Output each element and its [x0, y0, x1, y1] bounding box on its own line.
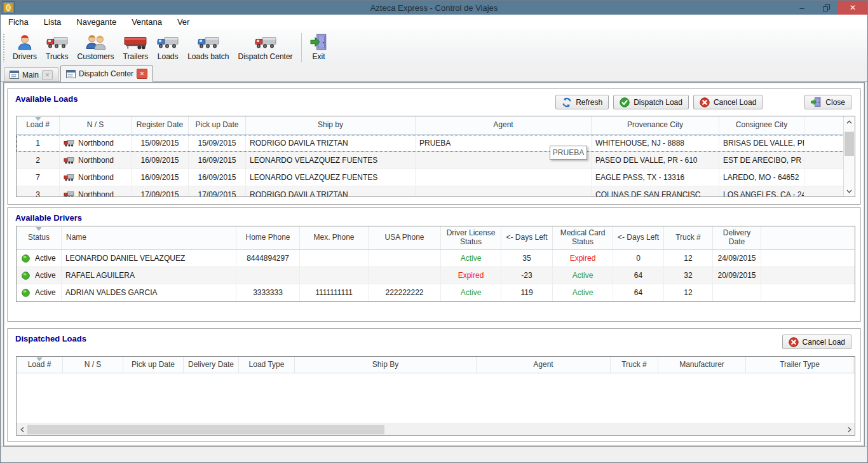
column-header-home-phone[interactable]: Home Phone	[236, 226, 300, 249]
cancel-circle-icon	[700, 97, 710, 107]
column-header-driver-license-status[interactable]: Driver License Status	[441, 226, 501, 249]
cell-pick-up-date: 16/09/2015	[189, 152, 246, 169]
refresh-button[interactable]: Refresh	[555, 95, 609, 109]
tab-dispatch-center[interactable]: Dispatch Center✕	[60, 66, 153, 82]
table-row[interactable]: 2Northbond16/09/201516/09/2015LEONARDO V…	[17, 152, 855, 169]
menu-item-ver[interactable]: Ver	[170, 15, 198, 29]
toolbar-drivers-button[interactable]: Drivers	[8, 32, 41, 64]
column-header-consignee-city[interactable]: Consignee City	[719, 116, 804, 134]
tab-close-icon[interactable]: ✕	[42, 70, 53, 80]
cell-delivery-date: 24/09/2015	[713, 250, 761, 266]
column-header-n-s[interactable]: N / S	[63, 357, 123, 373]
column-header-ship-by[interactable]: Ship By	[295, 357, 477, 373]
horizontal-scrollbar[interactable]	[17, 424, 855, 435]
column-header-usa-phone[interactable]: USA Phone	[369, 226, 441, 249]
cell-load: 2	[17, 152, 60, 169]
dispatch-load-button[interactable]: Dispatch Load	[613, 95, 689, 109]
vertical-scrollbar[interactable]	[843, 116, 855, 197]
column-header-medical-card-status[interactable]: Medical Card Status	[553, 226, 613, 249]
column-header-delivery-date[interactable]: Delivery Date	[713, 226, 761, 249]
column-header-register-date[interactable]: Register Date	[132, 116, 189, 134]
column-header-n-s[interactable]: N / S	[60, 116, 132, 134]
column-header-days-left[interactable]: <- Days Left	[501, 226, 553, 249]
toolbar-customers-button[interactable]: Customers	[73, 32, 119, 64]
blue-truck-icon	[157, 34, 179, 51]
column-header-agent[interactable]: Agent	[416, 116, 592, 134]
restore-button[interactable]	[814, 1, 838, 15]
column-header-trailer-type[interactable]: Trailer Type	[746, 357, 854, 373]
table-row[interactable]: ActiveLEONARDO DANIEL VELAZQUEZ844489429…	[17, 250, 855, 267]
column-header-name[interactable]: Name	[62, 226, 236, 249]
toolbar-label: Trailers	[123, 52, 149, 61]
toolbar-label: Loads	[158, 52, 179, 61]
table-row[interactable]: ActiveRAFAEL AGUILERAExpired-23Active643…	[17, 267, 855, 284]
toolbar-exit-button[interactable]: Exit	[306, 32, 332, 64]
column-header-agent[interactable]: Agent	[477, 357, 611, 373]
cell-home-phone: 8444894297	[236, 250, 300, 266]
column-header-delivery-date[interactable]: Delivery Date	[184, 357, 239, 373]
cell-pick-up-date: 17/09/2015	[189, 186, 246, 197]
scroll-thumb[interactable]	[844, 132, 854, 156]
cancel-circle-icon	[789, 337, 799, 347]
table-row[interactable]: 3Northbond17/09/201517/09/2015RODRIGO DA…	[17, 186, 855, 197]
cell-consignee-city: LAREDO, MO - 64652	[719, 169, 804, 186]
column-header-load[interactable]: Load #	[17, 116, 60, 134]
column-header-mex-phone[interactable]: Mex. Phone	[300, 226, 369, 249]
toolbar-label: Exit	[313, 52, 325, 61]
table-row[interactable]: 7Northbond16/09/201516/09/2015LEONARDO V…	[17, 169, 855, 186]
table-row[interactable]: 1Northbond15/09/201515/09/2015RODRIGO DA…	[17, 135, 855, 152]
column-header-ship-by[interactable]: Ship by	[246, 116, 416, 134]
menu-item-ventana[interactable]: Ventana	[124, 15, 170, 29]
column-header-load-type[interactable]: Load Type	[239, 357, 295, 373]
cancel-load-button[interactable]: Cancel Load	[693, 95, 763, 109]
menu-item-lista[interactable]: Lista	[36, 15, 69, 29]
scroll-thumb[interactable]	[27, 425, 384, 434]
tab-close-icon[interactable]: ✕	[137, 69, 147, 79]
cell-home-phone	[236, 267, 300, 284]
column-header-provenance-city[interactable]: Provenance City	[592, 116, 719, 134]
column-header-load[interactable]: Load #	[17, 357, 63, 373]
toolbar-dispatch-center-button[interactable]: Dispatch Center	[234, 32, 297, 64]
toolbar-loads-button[interactable]: Loads	[153, 32, 183, 64]
cell-consignee-city: EST DE ARECIBO, PR - 612	[719, 152, 804, 169]
dispatched-cancel-load-button[interactable]: Cancel Load	[782, 335, 851, 349]
cell-provenance-city: EAGLE PASS, TX - 13316	[592, 169, 719, 186]
cell-ship-by: LEONARDO VELAZQUEZ FUENTES	[246, 152, 416, 169]
scroll-down-arrow[interactable]	[844, 186, 855, 197]
cell-days-left: 119	[501, 284, 553, 301]
cell-ship-by: RODRIGO DAVILA TRIZTAN	[246, 135, 416, 151]
toolbar-loads-batch-button[interactable]: Loads batch	[183, 32, 233, 64]
cell-register-date: 17/09/2015	[132, 186, 189, 197]
cell-filler	[761, 267, 855, 284]
cell-usa-phone: 222222222	[369, 284, 441, 301]
tab-main[interactable]: Main✕	[4, 67, 58, 81]
sort-down-icon	[35, 117, 41, 121]
table-row[interactable]: ActiveADRIAN VALDES GARCIA33333331111111…	[17, 284, 855, 301]
scroll-left-arrow[interactable]	[17, 424, 27, 435]
menu-item-ficha[interactable]: Ficha	[1, 15, 36, 29]
cell-pick-up-date: 16/09/2015	[189, 169, 246, 186]
column-header-manufacturer[interactable]: Manufacturer	[658, 357, 746, 373]
column-header-truck[interactable]: Truck #	[611, 357, 658, 373]
toolbar-trailers-button[interactable]: Trailers	[119, 32, 153, 64]
cell-consignee-city: LOS ANGELES, CA - 24694	[719, 186, 804, 197]
minimize-button[interactable]: –	[790, 1, 814, 15]
toolbar-trucks-button[interactable]: Trucks	[41, 32, 73, 64]
scroll-up-arrow[interactable]	[844, 116, 855, 127]
column-header-status[interactable]: Status	[17, 226, 62, 249]
column-header-days-left[interactable]: <- Days Left	[613, 226, 664, 249]
close-button[interactable]: Close	[804, 95, 851, 109]
column-header-pick-up-date[interactable]: Pick up Date	[189, 116, 246, 134]
close-window-button[interactable]: ✕	[838, 1, 867, 15]
cell-agent	[416, 186, 592, 197]
column-header-pick-up-date[interactable]: Pick up Date	[123, 357, 184, 373]
scroll-right-arrow[interactable]	[844, 424, 855, 435]
cell-register-date: 16/09/2015	[132, 152, 189, 169]
menu-item-navegante[interactable]: Navegante	[69, 15, 124, 29]
cell-status: Active	[17, 284, 62, 301]
toolbar-grip[interactable]	[3, 33, 6, 62]
cell-name: ADRIAN VALDES GARCIA	[62, 284, 236, 301]
toolbar: DriversTrucksCustomersTrailersLoadsLoads…	[1, 29, 867, 67]
column-header-truck[interactable]: Truck #	[664, 226, 713, 249]
cell-days-left: 35	[501, 250, 553, 266]
